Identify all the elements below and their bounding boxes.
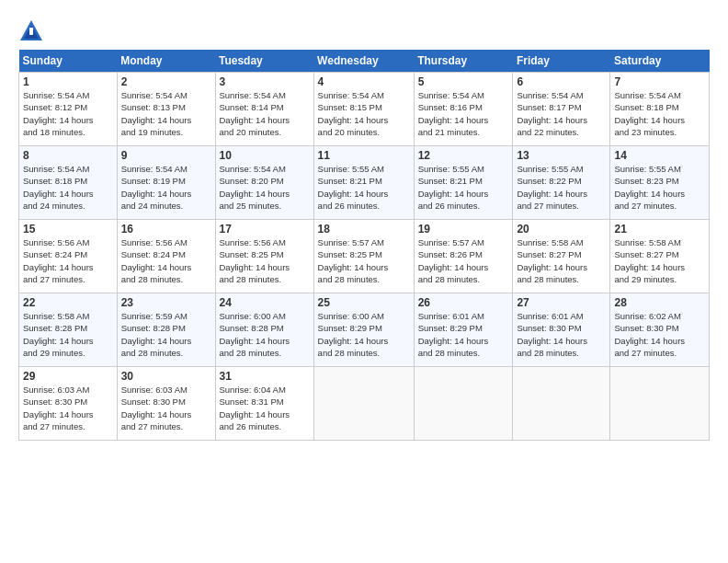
- day-number: 2: [121, 75, 211, 88]
- day-info: Sunrise: 6:00 AMSunset: 8:29 PMDaylight:…: [318, 310, 410, 359]
- day-info: Sunrise: 5:56 AMSunset: 8:24 PMDaylight:…: [121, 236, 211, 285]
- calendar-cell: [414, 367, 513, 441]
- calendar-header-wednesday: Wednesday: [313, 50, 414, 73]
- page: SundayMondayTuesdayWednesdayThursdayFrid…: [0, 0, 728, 450]
- day-number: 16: [121, 223, 211, 236]
- calendar-header-thursday: Thursday: [414, 50, 513, 73]
- day-info: Sunrise: 5:54 AMSunset: 8:18 PMDaylight:…: [614, 89, 705, 138]
- calendar-cell: 18Sunrise: 5:57 AMSunset: 8:25 PMDayligh…: [313, 220, 414, 293]
- day-info: Sunrise: 6:04 AMSunset: 8:31 PMDaylight:…: [220, 384, 310, 432]
- day-number: 6: [517, 75, 606, 88]
- day-info: Sunrise: 5:54 AMSunset: 8:16 PMDaylight:…: [418, 89, 509, 138]
- logo-icon: [18, 18, 44, 44]
- day-number: 23: [121, 296, 211, 309]
- day-number: 12: [418, 149, 509, 162]
- calendar-cell: 2Sunrise: 5:54 AMSunset: 8:13 PMDaylight…: [117, 73, 215, 146]
- day-info: Sunrise: 5:56 AMSunset: 8:25 PMDaylight:…: [220, 236, 310, 285]
- day-number: 1: [23, 75, 113, 88]
- day-number: 8: [23, 149, 113, 162]
- calendar-cell: 21Sunrise: 5:58 AMSunset: 8:27 PMDayligh…: [610, 220, 710, 293]
- calendar-cell: 13Sunrise: 5:55 AMSunset: 8:22 PMDayligh…: [513, 146, 610, 220]
- day-number: 18: [318, 223, 410, 236]
- calendar-week-row: 15Sunrise: 5:56 AMSunset: 8:24 PMDayligh…: [19, 220, 710, 293]
- calendar-cell: 31Sunrise: 6:04 AMSunset: 8:31 PMDayligh…: [215, 367, 313, 441]
- calendar-cell: [513, 367, 610, 441]
- calendar-cell: 15Sunrise: 5:56 AMSunset: 8:24 PMDayligh…: [19, 220, 118, 293]
- calendar-week-row: 29Sunrise: 6:03 AMSunset: 8:30 PMDayligh…: [19, 367, 710, 441]
- calendar-header-saturday: Saturday: [610, 50, 710, 73]
- day-info: Sunrise: 6:00 AMSunset: 8:28 PMDaylight:…: [220, 310, 310, 359]
- calendar-cell: 22Sunrise: 5:58 AMSunset: 8:28 PMDayligh…: [19, 293, 118, 367]
- day-number: 3: [220, 75, 310, 88]
- day-number: 13: [517, 149, 606, 162]
- day-info: Sunrise: 6:03 AMSunset: 8:30 PMDaylight:…: [23, 384, 113, 432]
- day-info: Sunrise: 5:56 AMSunset: 8:24 PMDaylight:…: [23, 236, 113, 285]
- day-number: 25: [318, 296, 410, 309]
- calendar-cell: 29Sunrise: 6:03 AMSunset: 8:30 PMDayligh…: [19, 367, 118, 441]
- day-info: Sunrise: 5:55 AMSunset: 8:21 PMDaylight:…: [418, 163, 509, 212]
- calendar-cell: 3Sunrise: 5:54 AMSunset: 8:14 PMDaylight…: [215, 73, 313, 146]
- day-info: Sunrise: 5:55 AMSunset: 8:23 PMDaylight:…: [614, 163, 705, 212]
- svg-rect-2: [29, 28, 33, 35]
- day-info: Sunrise: 5:57 AMSunset: 8:26 PMDaylight:…: [418, 236, 509, 285]
- calendar-cell: 12Sunrise: 5:55 AMSunset: 8:21 PMDayligh…: [414, 146, 513, 220]
- day-info: Sunrise: 6:01 AMSunset: 8:29 PMDaylight:…: [418, 310, 509, 359]
- day-info: Sunrise: 5:54 AMSunset: 8:15 PMDaylight:…: [318, 89, 410, 138]
- day-info: Sunrise: 5:59 AMSunset: 8:28 PMDaylight:…: [121, 310, 211, 359]
- logo: [18, 18, 46, 44]
- day-info: Sunrise: 5:55 AMSunset: 8:22 PMDaylight:…: [517, 163, 606, 212]
- calendar-cell: [313, 367, 414, 441]
- day-number: 5: [418, 75, 509, 88]
- calendar-header-row: SundayMondayTuesdayWednesdayThursdayFrid…: [19, 50, 710, 73]
- day-number: 31: [220, 370, 310, 383]
- calendar-header-sunday: Sunday: [19, 50, 118, 73]
- day-number: 17: [220, 223, 310, 236]
- calendar-week-row: 22Sunrise: 5:58 AMSunset: 8:28 PMDayligh…: [19, 293, 710, 367]
- calendar-cell: 28Sunrise: 6:02 AMSunset: 8:30 PMDayligh…: [610, 293, 710, 367]
- calendar-week-row: 8Sunrise: 5:54 AMSunset: 8:18 PMDaylight…: [19, 146, 710, 220]
- day-number: 30: [121, 370, 211, 383]
- day-number: 7: [614, 75, 705, 88]
- calendar-header-tuesday: Tuesday: [215, 50, 313, 73]
- day-number: 19: [418, 223, 509, 236]
- calendar-cell: 6Sunrise: 5:54 AMSunset: 8:17 PMDaylight…: [513, 73, 610, 146]
- calendar-header-monday: Monday: [117, 50, 215, 73]
- day-number: 10: [220, 149, 310, 162]
- day-info: Sunrise: 6:01 AMSunset: 8:30 PMDaylight:…: [517, 310, 606, 359]
- calendar-cell: 24Sunrise: 6:00 AMSunset: 8:28 PMDayligh…: [215, 293, 313, 367]
- day-info: Sunrise: 5:57 AMSunset: 8:25 PMDaylight:…: [318, 236, 410, 285]
- calendar-cell: 11Sunrise: 5:55 AMSunset: 8:21 PMDayligh…: [313, 146, 414, 220]
- calendar-cell: 25Sunrise: 6:00 AMSunset: 8:29 PMDayligh…: [313, 293, 414, 367]
- calendar-cell: 5Sunrise: 5:54 AMSunset: 8:16 PMDaylight…: [414, 73, 513, 146]
- calendar-cell: 27Sunrise: 6:01 AMSunset: 8:30 PMDayligh…: [513, 293, 610, 367]
- calendar-cell: 14Sunrise: 5:55 AMSunset: 8:23 PMDayligh…: [610, 146, 710, 220]
- day-number: 22: [23, 296, 113, 309]
- day-number: 27: [517, 296, 606, 309]
- day-number: 21: [614, 223, 705, 236]
- day-number: 14: [614, 149, 705, 162]
- day-number: 29: [23, 370, 113, 383]
- calendar-cell: 7Sunrise: 5:54 AMSunset: 8:18 PMDaylight…: [610, 73, 710, 146]
- day-info: Sunrise: 5:54 AMSunset: 8:12 PMDaylight:…: [23, 89, 113, 138]
- day-number: 15: [23, 223, 113, 236]
- day-number: 4: [318, 75, 410, 88]
- calendar-cell: 20Sunrise: 5:58 AMSunset: 8:27 PMDayligh…: [513, 220, 610, 293]
- day-info: Sunrise: 6:03 AMSunset: 8:30 PMDaylight:…: [121, 384, 211, 432]
- day-info: Sunrise: 5:58 AMSunset: 8:27 PMDaylight:…: [517, 236, 606, 285]
- calendar-cell: 1Sunrise: 5:54 AMSunset: 8:12 PMDaylight…: [19, 73, 118, 146]
- calendar-cell: [610, 367, 710, 441]
- day-number: 26: [418, 296, 509, 309]
- day-info: Sunrise: 5:54 AMSunset: 8:14 PMDaylight:…: [220, 89, 310, 138]
- day-info: Sunrise: 5:58 AMSunset: 8:28 PMDaylight:…: [23, 310, 113, 359]
- day-info: Sunrise: 5:54 AMSunset: 8:18 PMDaylight:…: [23, 163, 113, 212]
- calendar-cell: 23Sunrise: 5:59 AMSunset: 8:28 PMDayligh…: [117, 293, 215, 367]
- calendar-cell: 26Sunrise: 6:01 AMSunset: 8:29 PMDayligh…: [414, 293, 513, 367]
- calendar-cell: 4Sunrise: 5:54 AMSunset: 8:15 PMDaylight…: [313, 73, 414, 146]
- day-info: Sunrise: 5:54 AMSunset: 8:20 PMDaylight:…: [220, 163, 310, 212]
- calendar-cell: 16Sunrise: 5:56 AMSunset: 8:24 PMDayligh…: [117, 220, 215, 293]
- day-number: 9: [121, 149, 211, 162]
- day-info: Sunrise: 5:58 AMSunset: 8:27 PMDaylight:…: [614, 236, 705, 285]
- day-number: 11: [318, 149, 410, 162]
- calendar-week-row: 1Sunrise: 5:54 AMSunset: 8:12 PMDaylight…: [19, 73, 710, 146]
- day-info: Sunrise: 5:54 AMSunset: 8:13 PMDaylight:…: [121, 89, 211, 138]
